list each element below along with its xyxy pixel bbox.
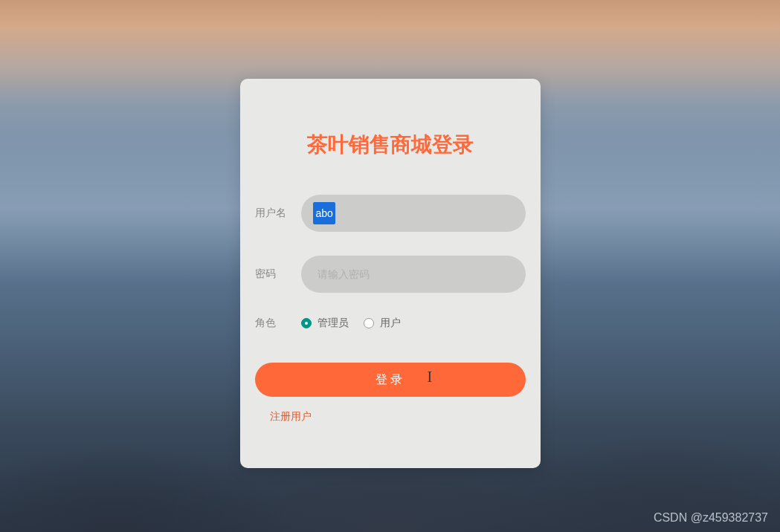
radio-admin-circle (301, 318, 312, 328)
radio-user-label: 用户 (380, 317, 401, 330)
role-row: 角色 管理员 用户 (255, 317, 526, 330)
radio-admin-label: 管理员 (318, 317, 349, 330)
password-input-wrap (301, 256, 526, 293)
register-link[interactable]: 注册用户 (270, 410, 312, 424)
page-title: 茶叶销售商城登录 (255, 131, 526, 159)
username-input[interactable] (301, 195, 526, 232)
login-card: 茶叶销售商城登录 用户名 abo I 密码 角色 管理员 用户 登录 (240, 79, 541, 468)
username-label: 用户名 (255, 207, 301, 220)
radio-admin[interactable]: 管理员 (301, 317, 349, 330)
password-row: 密码 (255, 256, 526, 293)
password-input[interactable] (301, 256, 526, 293)
username-input-wrap: abo I (301, 195, 526, 232)
watermark: CSDN @z459382737 (654, 511, 768, 525)
password-label: 密码 (255, 267, 301, 281)
login-button[interactable]: 登录 (255, 363, 526, 397)
username-row: 用户名 abo I (255, 195, 526, 232)
radio-user[interactable]: 用户 (364, 317, 401, 330)
role-radio-group: 管理员 用户 (301, 317, 401, 330)
radio-user-circle (364, 318, 374, 328)
role-label: 角色 (255, 317, 301, 330)
